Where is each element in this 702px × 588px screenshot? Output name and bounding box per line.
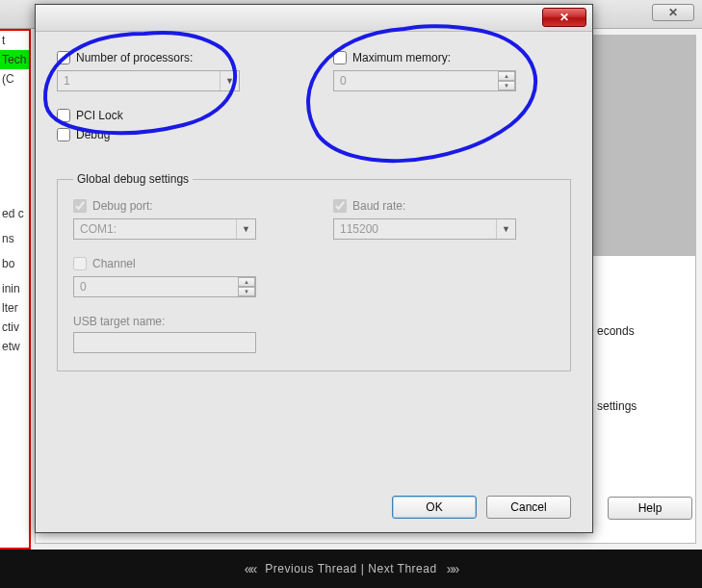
forum-nav-footer: «« Previous Thread | Next Thread »» <box>0 550 702 588</box>
spin-down-icon: ▼ <box>238 287 255 296</box>
help-label: Help <box>638 498 663 519</box>
usbtarget-label: USB target name: <box>73 315 165 328</box>
memory-value: 0 <box>340 74 347 88</box>
sidebar-fragment: (C <box>0 69 29 89</box>
groupbox-legend: Global debug settings <box>73 172 193 186</box>
sidebar-fragment: ctiv <box>0 318 29 337</box>
memory-label: Maximum memory: <box>352 51 451 64</box>
parent-right-text: econds settings <box>597 321 637 416</box>
sidebar-fragment: Tech <box>0 50 29 69</box>
arrow-right-icon: »» <box>447 561 458 576</box>
processors-checkbox[interactable] <box>57 51 70 64</box>
chevron-down-icon: ▼ <box>220 71 239 90</box>
usbtarget-input <box>73 332 256 353</box>
memory-checkbox[interactable] <box>333 51 347 64</box>
boot-advanced-dialog: ✕ Number of processors: 1 ▼ PCI Lock <box>35 4 593 533</box>
close-icon: ✕ <box>668 6 678 19</box>
ok-button[interactable]: OK <box>392 496 477 519</box>
cancel-button[interactable]: Cancel <box>486 496 571 519</box>
dialog-titlebar: ✕ <box>36 5 592 32</box>
sidebar-fragment: lter <box>0 298 29 318</box>
spin-up-icon[interactable]: ▲ <box>498 71 515 81</box>
processors-dropdown[interactable]: 1 ▼ <box>57 70 240 91</box>
debug-label: Debug <box>76 128 110 141</box>
chevron-down-icon: ▼ <box>496 219 515 239</box>
sidebar-fragment: t <box>0 31 29 50</box>
help-button[interactable]: Help <box>608 497 692 520</box>
separator: | <box>361 562 365 575</box>
text-fragment: settings <box>597 396 637 416</box>
spin-down-icon[interactable]: ▼ <box>498 81 515 90</box>
channel-checkbox <box>73 257 87 270</box>
cancel-label: Cancel <box>510 500 546 514</box>
chevron-down-icon: ▼ <box>236 219 255 239</box>
next-thread-link[interactable]: Next Thread <box>368 562 436 575</box>
baudrate-dropdown: 115200 ▼ <box>333 218 516 240</box>
global-debug-groupbox: Global debug settings Debug port: COM1: … <box>57 172 571 371</box>
debugport-dropdown: COM1: ▼ <box>73 218 256 240</box>
arrow-left-icon: «« <box>245 561 256 576</box>
channel-label: Channel <box>92 257 136 270</box>
baudrate-value: 115200 <box>340 222 378 236</box>
processors-label: Number of processors: <box>76 51 193 64</box>
dialog-close-button[interactable]: ✕ <box>542 8 586 27</box>
processors-value: 1 <box>64 74 70 88</box>
baudrate-checkbox <box>333 199 347 213</box>
pcilock-checkbox[interactable] <box>57 109 70 122</box>
channel-value: 0 <box>80 280 87 294</box>
debugport-checkbox <box>73 199 87 213</box>
ok-label: OK <box>426 500 442 514</box>
sidebar-fragment: ed c <box>0 204 29 223</box>
pcilock-label: PCI Lock <box>76 109 123 122</box>
sidebar-fragment: inin <box>0 279 29 298</box>
memory-spinbox[interactable]: 0 ▲ ▼ <box>333 70 516 91</box>
parent-close-button[interactable]: ✕ <box>652 4 694 21</box>
spin-up-icon: ▲ <box>238 277 255 287</box>
sidebar-fragment: bo <box>0 254 29 273</box>
close-icon: ✕ <box>559 11 569 24</box>
debugport-label: Debug port: <box>92 199 153 213</box>
parent-left-panel: t Tech (C ed c ns bo inin lter ctiv etw <box>0 29 31 550</box>
channel-spinbox: 0 ▲ ▼ <box>73 276 256 297</box>
parent-grey-panel <box>593 35 696 256</box>
debug-checkbox[interactable] <box>57 128 70 141</box>
debugport-value: COM1: <box>80 222 117 236</box>
baudrate-label: Baud rate: <box>352 199 405 213</box>
sidebar-fragment: ns <box>0 229 29 248</box>
text-fragment: econds <box>597 321 637 341</box>
sidebar-fragment: etw <box>0 337 29 356</box>
previous-thread-link[interactable]: Previous Thread <box>265 562 356 575</box>
